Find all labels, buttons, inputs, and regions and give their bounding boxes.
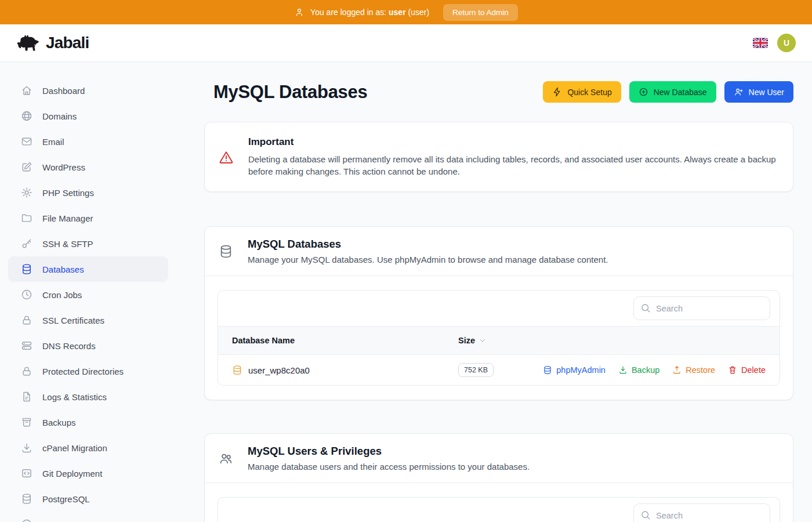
sidebar-item-label: Domains [42,111,77,121]
delete-button[interactable]: Delete [728,365,766,375]
sidebar-item-label: cPanel Migration [42,443,107,453]
sidebar-item-cpanel-migration[interactable]: cPanel Migration [8,435,168,461]
databases-table-header: Database Name Size [218,326,780,354]
database-icon [543,365,552,375]
sidebar-item-label: SSH & SFTP [42,239,93,249]
home-icon [21,85,32,96]
sidebar: DashboardDomainsEmailWordPressPHP Settin… [0,62,176,522]
database-name-cell: user_wp8c20a0 [232,365,458,375]
banner-username: user [389,8,406,17]
plus-circle-icon [639,87,648,97]
return-to-admin-button[interactable]: Return to Admin [443,4,518,21]
sidebar-item-label: PostgreSQL [42,494,90,504]
document-icon [21,391,32,403]
app-header: Jabali U [0,24,812,62]
sidebar-item-dashboard[interactable]: Dashboard [8,78,168,103]
sidebar-item-php-settings[interactable]: PHP Settings [8,180,168,205]
main-content: MySQL Databases Quick Setup New Database… [176,62,812,522]
download-tray-icon [21,442,32,454]
users-search-input[interactable] [633,503,770,522]
sidebar-item-file-manager[interactable]: File Manager [8,205,168,231]
upload-icon [672,365,682,375]
new-user-button[interactable]: New User [724,81,793,103]
page-title: MySQL Databases [213,82,367,103]
database-icon [21,263,32,275]
sidebar-item-wordpress[interactable]: WordPress [8,154,168,180]
jabali-boar-logo-icon [16,33,41,53]
bolt-icon [552,87,562,97]
clock-icon [21,289,32,300]
database-icon [219,244,233,259]
warning-title: Important [248,136,779,148]
sidebar-item-git-deployment[interactable]: Git Deployment [8,461,168,486]
code-icon [21,467,32,479]
databases-card-title: MySQL Databases [248,238,608,251]
search-icon [640,510,651,520]
sidebar-item-cron-jobs[interactable]: Cron Jobs [8,282,168,307]
brand-name: Jabali [46,34,89,52]
sidebar-item-email[interactable]: Email [8,129,168,154]
sidebar-item-domains[interactable]: Domains [8,103,168,129]
lock-icon [21,365,32,377]
mysql-databases-card: MySQL Databases Manage your MySQL databa… [204,226,793,400]
quick-setup-button[interactable]: Quick Setup [543,81,621,103]
phpmyadmin-link[interactable]: phpMyAdmin [543,365,606,375]
important-warning-card: Important Deleting a database will perma… [204,122,793,192]
sidebar-item-label: Backups [42,418,76,427]
database-row-icon [232,365,242,375]
restore-button[interactable]: Restore [672,365,715,375]
mail-icon [21,136,32,147]
database-icon [21,493,32,505]
user-icon [294,7,304,17]
sidebar-item-backups[interactable]: Backups [8,409,168,435]
circle-icon [21,519,32,522]
warning-body: Deleting a database will permanently rem… [248,153,779,177]
sidebar-item-label: DNS Records [42,341,96,351]
database-table-row: user_wp8c20a0 752 KB phpMyAdmin Backup [218,354,780,385]
sidebar-item-label: File Manager [42,213,93,223]
sidebar-item-label: Dashboard [42,86,85,96]
column-database-name: Database Name [232,336,458,345]
users-card-description: Manage database users and their access p… [248,462,530,472]
sidebar-item-ssl-certificates[interactable]: SSL Certificates [8,307,168,333]
sidebar-item-protected-directories[interactable]: Protected Directories [8,358,168,384]
database-size-badge: 752 KB [458,363,494,377]
lock-icon [21,314,32,326]
sidebar-item-label: Email [42,137,64,147]
sidebar-item-label: Cron Jobs [42,290,82,300]
users-icon [219,451,233,466]
banner-role: (user) [408,8,430,17]
trash-icon [728,365,737,375]
new-database-button[interactable]: New Database [629,81,716,103]
sidebar-item-label: SSL Certificates [42,316,104,325]
sidebar-item-ssh-sftp[interactable]: SSH & SFTP [8,231,168,256]
sidebar-item-logs-statistics[interactable]: Logs & Statistics [8,384,168,409]
edit-icon [21,161,32,173]
column-size[interactable]: Size [458,336,487,345]
sidebar-item-label: Databases [42,264,84,274]
download-icon [618,365,628,375]
databases-search-input[interactable] [633,296,770,320]
banner-message: You are logged in as: user (user) [310,8,429,17]
users-card-title: MySQL Users & Privileges [248,445,530,458]
search-icon [640,303,651,313]
sidebar-item-item[interactable] [8,512,168,522]
user-plus-icon [734,87,744,97]
sidebar-item-databases[interactable]: Databases [8,256,168,282]
backup-button[interactable]: Backup [618,365,659,375]
databases-card-description: Manage your MySQL databases. Use phpMyAd… [248,255,608,264]
folder-icon [21,212,32,224]
sidebar-item-label: Logs & Statistics [42,392,107,402]
archive-icon [21,416,32,428]
sidebar-item-postgresql[interactable]: PostgreSQL [8,486,168,512]
user-avatar[interactable]: U [777,34,796,52]
sidebar-item-label: WordPress [42,162,85,172]
sidebar-item-label: Git Deployment [42,469,102,478]
warning-triangle-icon [219,150,234,165]
globe-icon [21,110,32,122]
mysql-users-card: MySQL Users & Privileges Manage database… [204,433,793,522]
key-icon [21,238,32,249]
language-flag-icon[interactable] [753,38,768,48]
sidebar-item-dns-records[interactable]: DNS Records [8,333,168,358]
brand[interactable]: Jabali [16,33,89,53]
